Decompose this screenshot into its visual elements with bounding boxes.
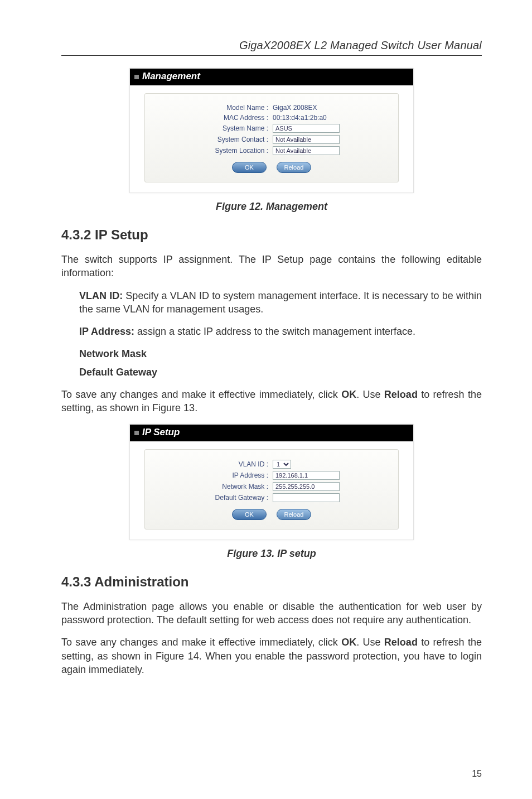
ip-address-input-wrap (273, 471, 351, 480)
section-432-heading: 4.3.2 IP Setup (61, 227, 482, 243)
system-name-input[interactable] (273, 124, 340, 133)
section-433-para2: To save any changes and make it effectiv… (61, 636, 482, 676)
figure13-inner: VLAN ID : 1 IP Address : Network Mask : (130, 441, 413, 540)
ip-address-field-label: IP Address : (192, 471, 270, 479)
bullet-default-gateway: Default Gateway (79, 365, 482, 379)
bullet-network-mask: Network Mask (79, 347, 482, 360)
figure13-reload-button[interactable]: Reload (277, 509, 311, 520)
para2b: . Use (356, 389, 384, 400)
bullet-ip-address: IP Address: assign a static IP address t… (79, 325, 482, 338)
para2a: To save any changes and make it effectiv… (61, 389, 341, 400)
figure12-row-location: System Location : (152, 146, 391, 155)
default-gateway-input-wrap (273, 493, 351, 502)
section-432-para2: To save any changes and make it effectiv… (61, 388, 482, 415)
figure12-row-mac: MAC Address : 00:13:d4:a1:2b:a0 (152, 114, 391, 122)
para2-ok: OK (341, 389, 356, 400)
page-number: 15 (472, 769, 482, 779)
default-gateway-field-label: Default Gateway : (192, 494, 270, 502)
figure13-titlebar: IP Setup (130, 425, 413, 441)
system-contact-label: System Contact : (192, 136, 270, 143)
ip-address-label: IP Address: (79, 326, 134, 337)
system-location-input[interactable] (273, 146, 340, 155)
vlan-id-select[interactable]: 1 (273, 460, 291, 469)
system-name-label: System Name : (192, 124, 270, 132)
mac-address-value: 00:13:d4:a1:2b:a0 (273, 114, 351, 122)
figure12-caption: Figure 12. Management (61, 201, 482, 213)
default-gateway-input[interactable] (273, 493, 340, 502)
system-location-field-wrap (273, 146, 351, 155)
network-mask-field-label: Network Mask : (192, 483, 270, 490)
page-root: GigaX2008EX L2 Managed Switch User Manua… (0, 0, 532, 799)
figure12-ok-button[interactable]: OK (232, 162, 267, 173)
network-mask-input[interactable] (273, 482, 340, 491)
figure12-row-sysname: System Name : (152, 124, 391, 133)
s433-p2-ok: OK (341, 637, 356, 648)
figure13-row-mask: Network Mask : (152, 482, 391, 491)
mac-address-label: MAC Address : (192, 114, 270, 122)
model-name-value: GigaX 2008EX (273, 104, 351, 112)
s433-p2a: To save any changes and make it effectiv… (61, 637, 341, 648)
system-contact-input[interactable] (273, 135, 340, 144)
page-header: GigaX2008EX L2 Managed Switch User Manua… (61, 39, 482, 56)
network-mask-input-wrap (273, 482, 351, 491)
figure13-row-vlan: VLAN ID : 1 (152, 460, 391, 469)
system-contact-field-wrap (273, 135, 351, 144)
system-location-label: System Location : (192, 147, 270, 155)
vlan-id-label: VLAN ID: (79, 290, 123, 301)
figure12-row-contact: System Contact : (152, 135, 391, 144)
figure12-button-row: OK Reload (152, 162, 391, 173)
s433-p2-reload: Reload (384, 637, 418, 648)
para2-reload: Reload (384, 389, 418, 400)
model-name-label: Model Name : (192, 104, 270, 112)
vlan-id-field-label: VLAN ID : (192, 460, 270, 468)
s433-p2b: . Use (356, 637, 384, 648)
figure13-row-gateway: Default Gateway : (152, 493, 391, 502)
figure13-row-ip: IP Address : (152, 471, 391, 480)
section-432-para1: The switch supports IP assignment. The I… (61, 253, 482, 280)
figure13-ok-button[interactable]: OK (232, 509, 267, 520)
figure12-row-model: Model Name : GigaX 2008EX (152, 104, 391, 112)
vlan-id-text: Specify a VLAN ID to system management i… (79, 290, 482, 315)
vlan-id-select-wrap: 1 (273, 460, 351, 469)
figure12-inner: Model Name : GigaX 2008EX MAC Address : … (130, 85, 413, 192)
bullet-vlan-id: VLAN ID: Specify a VLAN ID to system man… (79, 289, 482, 316)
figure12-titlebar: Management (130, 69, 413, 85)
ip-address-input[interactable] (273, 471, 340, 480)
section-433-heading: 4.3.3 Administration (61, 574, 482, 590)
system-name-field-wrap (273, 124, 351, 133)
figure12-screenshot: Management Model Name : GigaX 2008EX MAC… (129, 68, 414, 193)
figure12-panel: Model Name : GigaX 2008EX MAC Address : … (144, 93, 399, 182)
figure13-caption: Figure 13. IP setup (61, 548, 482, 560)
figure13-panel: VLAN ID : 1 IP Address : Network Mask : (144, 449, 399, 530)
figure12-reload-button[interactable]: Reload (277, 162, 311, 173)
figure13-screenshot: IP Setup VLAN ID : 1 IP Address : Networ… (129, 424, 414, 540)
figure13-button-row: OK Reload (152, 509, 391, 520)
ip-address-text: assign a static IP address to the switch… (134, 326, 415, 337)
section-433-para1: The Administration page allows you enabl… (61, 600, 482, 627)
